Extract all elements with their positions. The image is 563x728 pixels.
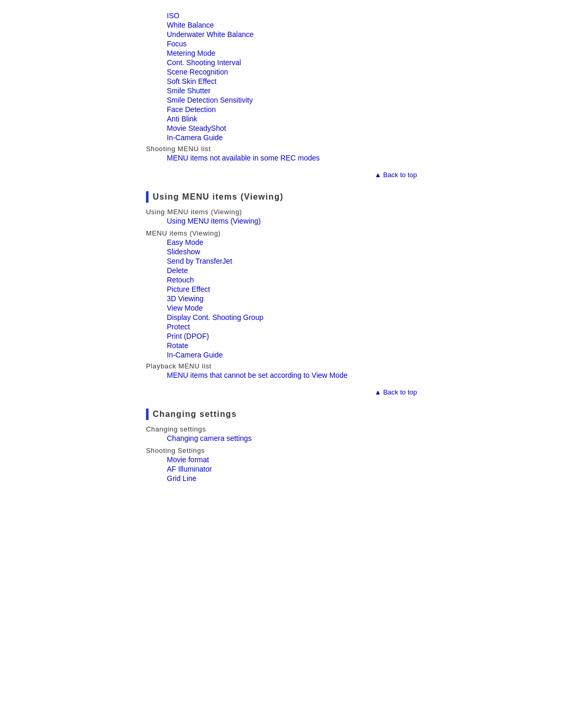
link-anti-blink[interactable]: Anti Blink <box>146 115 417 123</box>
link-protect[interactable]: Protect <box>146 323 417 331</box>
link-menu-items-view-mode[interactable]: MENU items that cannot be set according … <box>146 371 417 379</box>
link-in-camera-guide-2[interactable]: In-Camera Guide <box>146 351 417 359</box>
back-to-top-2: Back to top <box>146 388 417 396</box>
link-white-balance[interactable]: White Balance <box>146 21 417 29</box>
using-menu-items-viewing-heading: Using MENU items (Viewing) <box>146 208 417 216</box>
viewing-section-title: Using MENU items (Viewing) <box>153 192 284 202</box>
changing-settings-block: Changing settings Changing camera settin… <box>146 425 417 442</box>
blue-bar-viewing <box>146 191 149 203</box>
link-changing-camera-settings[interactable]: Changing camera settings <box>146 434 417 442</box>
link-smile-detection-sensitivity[interactable]: Smile Detection Sensitivity <box>146 96 417 104</box>
link-slideshow[interactable]: Slideshow <box>146 248 417 256</box>
menu-items-viewing-block: MENU items (Viewing) Easy Mode Slideshow… <box>146 229 417 359</box>
link-retouch[interactable]: Retouch <box>146 276 417 284</box>
link-focus[interactable]: Focus <box>146 40 417 48</box>
changing-settings-section-title: Changing settings <box>153 410 237 419</box>
changing-settings-heading: Changing settings <box>146 425 417 433</box>
changing-settings-section-title-bar: Changing settings <box>146 409 417 420</box>
link-easy-mode[interactable]: Easy Mode <box>146 238 417 246</box>
menu-items-viewing-heading: MENU items (Viewing) <box>146 229 417 237</box>
link-iso[interactable]: ISO <box>146 11 417 20</box>
link-metering-mode[interactable]: Metering Mode <box>146 49 417 57</box>
link-using-menu-items-viewing[interactable]: Using MENU items (Viewing) <box>146 217 417 225</box>
link-movie-format[interactable]: Movie format <box>146 455 417 464</box>
initial-links-block: ISO White Balance Underwater White Balan… <box>146 11 417 142</box>
back-to-top-1: Back to top <box>146 170 417 179</box>
link-grid-line[interactable]: Grid Line <box>146 474 417 483</box>
link-picture-effect[interactable]: Picture Effect <box>146 285 417 293</box>
back-to-top-link-1[interactable]: Back to top <box>374 171 417 179</box>
link-soft-skin-effect[interactable]: Soft Skin Effect <box>146 77 417 85</box>
link-face-detection[interactable]: Face Detection <box>146 105 417 114</box>
playback-menu-list-heading: Playback MENU list <box>146 362 417 370</box>
shooting-menu-list-heading: Shooting MENU list <box>146 145 417 153</box>
link-send-by-transferjet[interactable]: Send by TransferJet <box>146 257 417 265</box>
blue-bar-changing-settings <box>146 409 149 420</box>
link-print-dpof[interactable]: Print (DPOF) <box>146 332 417 340</box>
shooting-settings-heading: Shooting Settings <box>146 447 417 454</box>
link-display-cont-shooting-group[interactable]: Display Cont. Shooting Group <box>146 313 417 322</box>
shooting-menu-list-block: Shooting MENU list MENU items not availa… <box>146 145 417 162</box>
link-menu-items-not-available[interactable]: MENU items not available in some REC mod… <box>146 154 417 162</box>
link-view-mode[interactable]: View Mode <box>146 304 417 312</box>
link-underwater-white-balance[interactable]: Underwater White Balance <box>146 30 417 39</box>
link-rotate[interactable]: Rotate <box>146 341 417 350</box>
link-smile-shutter[interactable]: Smile Shutter <box>146 87 417 95</box>
link-delete[interactable]: Delete <box>146 266 417 275</box>
link-movie-steadyshot[interactable]: Movie SteadyShot <box>146 124 417 132</box>
back-to-top-link-2[interactable]: Back to top <box>374 388 417 396</box>
using-menu-items-viewing-block: Using MENU items (Viewing) Using MENU it… <box>146 208 417 225</box>
link-in-camera-guide-1[interactable]: In-Camera Guide <box>146 133 417 142</box>
page-container: ISO White Balance Underwater White Balan… <box>0 0 563 505</box>
shooting-settings-block: Shooting Settings Movie format AF Illumi… <box>146 447 417 483</box>
link-cont-shooting-interval[interactable]: Cont. Shooting Interval <box>146 58 417 67</box>
link-af-illuminator[interactable]: AF Illuminator <box>146 465 417 473</box>
playback-menu-list-block: Playback MENU list MENU items that canno… <box>146 362 417 379</box>
link-scene-recognition[interactable]: Scene Recognition <box>146 68 417 76</box>
viewing-section-title-bar: Using MENU items (Viewing) <box>146 191 417 203</box>
link-3d-viewing[interactable]: 3D Viewing <box>146 294 417 303</box>
